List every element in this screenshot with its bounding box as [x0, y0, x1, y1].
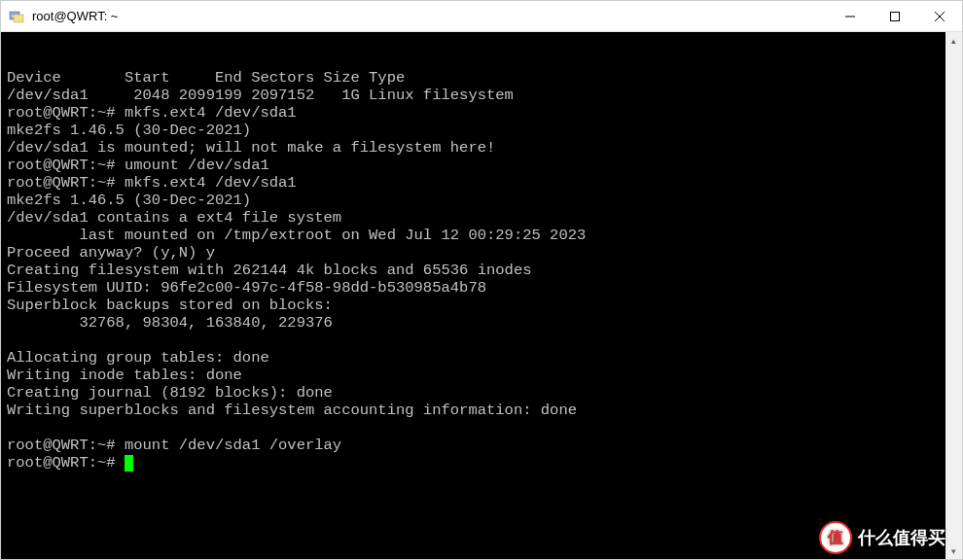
svg-rect-3	[891, 12, 900, 20]
terminal[interactable]: Device Start End Sectors Size Type /dev/…	[1, 32, 945, 559]
maximize-button[interactable]	[873, 1, 917, 31]
titlebar[interactable]: root@QWRT: ~	[1, 1, 962, 32]
app-icon	[9, 9, 24, 24]
scrollbar[interactable]: ▴ ▾	[945, 32, 962, 559]
watermark-text: 什么值得买	[858, 526, 945, 549]
svg-rect-1	[14, 15, 23, 22]
window-controls	[828, 1, 962, 31]
watermark-badge: 值	[819, 521, 852, 554]
scroll-down-icon[interactable]: ▾	[945, 542, 962, 559]
close-button[interactable]	[917, 1, 962, 31]
cursor	[125, 455, 133, 472]
watermark: 值 什么值得买	[819, 521, 945, 554]
minimize-button[interactable]	[828, 1, 873, 31]
scroll-up-icon[interactable]: ▴	[945, 32, 962, 49]
window-title: root@QWRT: ~	[32, 9, 828, 23]
terminal-container: Device Start End Sectors Size Type /dev/…	[1, 32, 962, 559]
app-window: root@QWRT: ~ Device Start End Sectors Si…	[0, 0, 963, 560]
